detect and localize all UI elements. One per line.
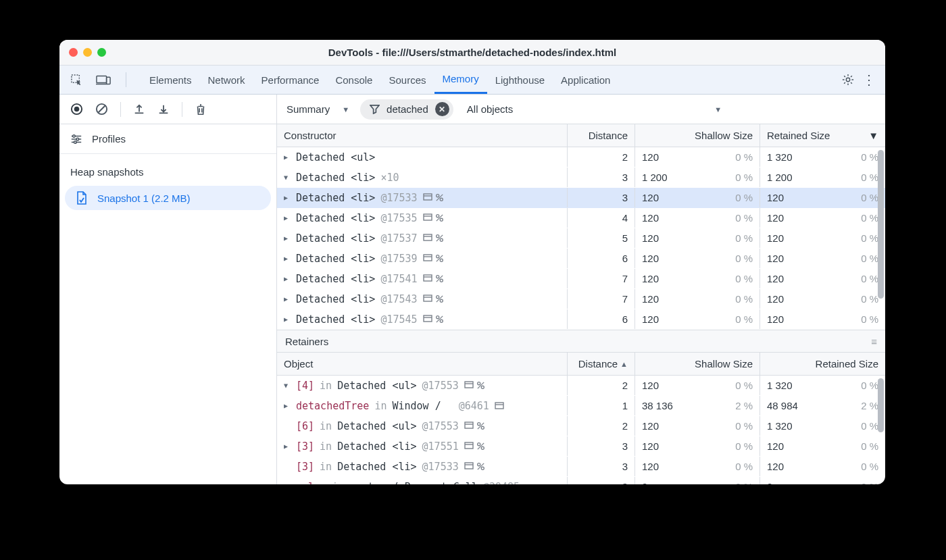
node-icons [464, 442, 485, 451]
settings-icon[interactable] [842, 74, 854, 86]
svg-point-23 [436, 276, 439, 278]
disclosure-triangle-icon[interactable]: ▶ [284, 275, 291, 282]
disclosure-triangle-icon[interactable]: ▶ [284, 483, 291, 484]
table-row[interactable]: ▶detachedTree in Window / @6461 138 1362… [277, 396, 885, 416]
disclosure-triangle-icon[interactable]: ▶ [284, 295, 291, 303]
record-icon[interactable] [70, 103, 83, 116]
profile-toolbar [59, 95, 276, 124]
node-icons [464, 422, 485, 430]
svg-point-29 [436, 316, 439, 319]
disclosure-triangle-icon[interactable]: ▶ [284, 442, 291, 450]
table-row[interactable]: ▶[3] in Detached <li> @17551 31200 %1200… [277, 436, 885, 457]
table-row[interactable]: ▶Detached <li> @17541 71200 %1200 % [277, 269, 885, 289]
disclosure-triangle-icon[interactable]: ▶ [284, 194, 291, 201]
disclosure-triangle-icon[interactable]: ▼ [284, 174, 291, 181]
table-row[interactable]: ▶Detached <li> @17533 31200 %1200 % [277, 188, 885, 208]
table-row[interactable]: ▶Detached <li> @17539 61200 %1200 % [277, 249, 885, 269]
col-shallow[interactable]: Shallow Size [635, 353, 760, 375]
heap-snapshots-heading: Heap snapshots [59, 154, 276, 183]
inspect-element-icon[interactable] [69, 74, 84, 86]
svg-rect-16 [424, 234, 432, 240]
device-toolbar-icon[interactable] [96, 74, 111, 86]
node-icons [423, 254, 444, 263]
tab-lighthouse[interactable]: Lighthouse [487, 66, 553, 94]
svg-point-20 [436, 255, 439, 258]
svg-point-30 [440, 320, 443, 322]
svg-point-32 [477, 382, 480, 385]
col-shallow[interactable]: Shallow Size [635, 124, 760, 147]
view-selector[interactable]: Summary ▼ [287, 103, 349, 115]
disclosure-triangle-icon[interactable]: ▶ [284, 234, 291, 242]
node-icons [464, 462, 485, 471]
zoom-window-button[interactable] [97, 48, 106, 57]
col-retained[interactable]: Retained Size▼ [760, 124, 885, 147]
col-object[interactable]: Object [277, 353, 568, 375]
close-window-button[interactable] [69, 48, 78, 57]
table-row[interactable]: [6] in Detached <ul> @17553 21200 %1 320… [277, 416, 885, 436]
table-row[interactable]: ▶Detached <li> @17535 41200 %1200 % [277, 208, 885, 228]
scrollbar[interactable] [878, 378, 884, 432]
disclosure-triangle-icon[interactable]: ▼ [284, 382, 291, 389]
tab-performance[interactable]: Performance [253, 66, 328, 94]
tab-elements[interactable]: Elements [141, 66, 200, 94]
constructors-grid: Constructor Distance Shallow Size Retain… [277, 124, 885, 330]
clear-filter-icon[interactable]: ✕ [435, 102, 449, 116]
svg-rect-22 [424, 275, 432, 281]
node-icons [423, 193, 444, 202]
tab-console[interactable]: Console [327, 66, 380, 94]
svg-point-43 [481, 467, 484, 469]
tab-application[interactable]: Application [553, 66, 618, 94]
svg-point-36 [477, 423, 480, 426]
minimize-window-button[interactable] [83, 48, 92, 57]
retainers-header[interactable]: Retainers ≡ [277, 330, 885, 353]
save-profile-icon[interactable] [157, 103, 170, 116]
disclosure-triangle-icon[interactable]: ▶ [284, 214, 291, 222]
svg-rect-1 [97, 76, 107, 83]
menu-icon[interactable]: ≡ [871, 336, 877, 347]
node-icons [495, 402, 504, 409]
gc-icon[interactable] [195, 103, 207, 116]
class-filter[interactable]: detached ✕ [360, 99, 453, 120]
col-constructor[interactable]: Constructor [277, 124, 568, 147]
filter-value: detached [387, 103, 428, 115]
load-profile-icon[interactable] [133, 103, 145, 116]
node-icons [423, 213, 444, 222]
chevron-down-icon: ▼ [714, 105, 722, 113]
sidebar: Profiles Heap snapshots Snapshot 1 (2.2 … [59, 95, 277, 484]
clear-icon[interactable] [95, 103, 108, 116]
table-row[interactable]: ▶value in system / PropertyCell @2948530… [277, 477, 885, 484]
svg-rect-28 [424, 315, 432, 322]
table-row[interactable]: ▶Detached <ul>21200 %1 3200 % [277, 147, 885, 168]
svg-point-33 [481, 386, 484, 388]
object-scope-selector[interactable]: All objects ▼ [467, 103, 722, 115]
window-title: DevTools - file:///Users/stmarthe/detach… [59, 47, 885, 58]
col-distance[interactable]: Distance [568, 124, 635, 147]
svg-point-11 [436, 195, 439, 197]
tab-network[interactable]: Network [200, 66, 253, 94]
profiles-heading[interactable]: Profiles [59, 124, 276, 154]
svg-point-3 [846, 78, 849, 81]
scrollbar[interactable] [878, 150, 884, 299]
svg-rect-41 [465, 463, 473, 469]
table-row[interactable]: ▼[4] in Detached <ul> @17553 21200 %1 32… [277, 376, 885, 396]
table-row[interactable]: ▶Detached <li> @17537 51200 %1200 % [277, 228, 885, 249]
table-row[interactable]: ▼Detached <li> ×1031 2000 %1 2000 % [277, 168, 885, 188]
table-row[interactable]: ▶Detached <li> @17543 71200 %1200 % [277, 289, 885, 309]
col-retained[interactable]: Retained Size [760, 353, 885, 375]
table-row[interactable]: [3] in Detached <li> @17533 31200 %1200 … [277, 457, 885, 477]
disclosure-triangle-icon[interactable]: ▶ [284, 402, 291, 409]
tab-sources[interactable]: Sources [380, 66, 434, 94]
col-distance[interactable]: Distance▲ [568, 353, 635, 375]
disclosure-triangle-icon[interactable]: ▶ [284, 153, 291, 161]
svg-point-8 [76, 138, 79, 141]
tab-memory[interactable]: Memory [434, 66, 487, 94]
svg-rect-13 [424, 214, 432, 220]
svg-rect-34 [495, 403, 503, 409]
svg-rect-19 [424, 255, 432, 261]
snapshot-item[interactable]: Snapshot 1 (2.2 MB) [65, 186, 271, 210]
table-row[interactable]: ▶Detached <li> @17545 61200 %1200 % [277, 309, 885, 330]
disclosure-triangle-icon[interactable]: ▶ [284, 255, 291, 262]
grid-header: Constructor Distance Shallow Size Retain… [277, 124, 885, 147]
svg-rect-35 [465, 422, 473, 428]
disclosure-triangle-icon[interactable]: ▶ [284, 315, 291, 323]
